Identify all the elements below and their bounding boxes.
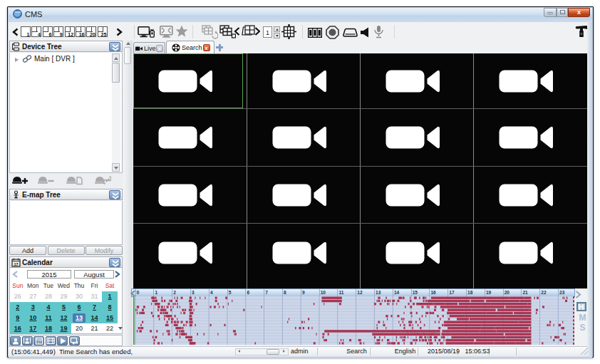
svg-text:17: 17: [14, 262, 18, 266]
svg-text:17: 17: [37, 340, 41, 344]
